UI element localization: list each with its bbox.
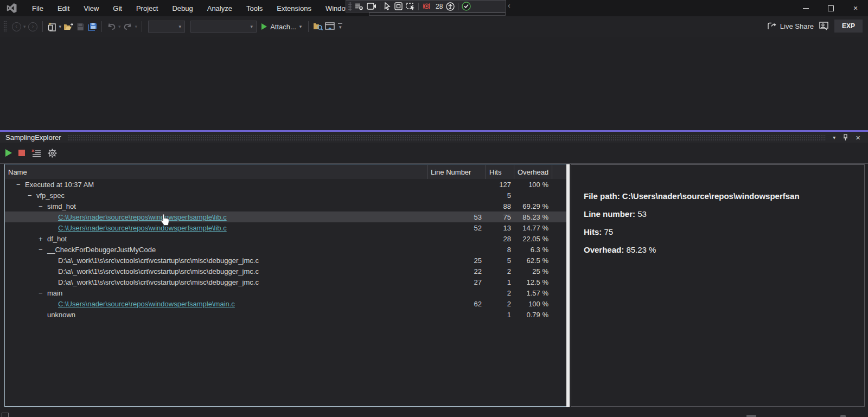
close-button[interactable]: × (843, 0, 868, 16)
accessibility-icon[interactable] (446, 2, 455, 11)
menu-item-analyze[interactable]: Analyze (200, 2, 239, 15)
panel-dropdown-icon[interactable]: ▾ (833, 134, 835, 140)
menu-item-file[interactable]: File (25, 2, 50, 15)
table-row[interactable]: −simd_hot 88 69.29 % (5, 201, 566, 211)
row-label: vfp_spec (36, 191, 65, 200)
row-overhead: 62.5 % (514, 256, 552, 265)
row-overhead: 100 % (514, 181, 552, 189)
menu-item-project[interactable]: Project (129, 2, 165, 15)
settings-gear-icon[interactable] (48, 149, 57, 158)
maximize-button[interactable] (818, 0, 843, 16)
navigate-back-icon[interactable]: ‹ (10, 20, 22, 33)
toolbar-grip-icon[interactable] (3, 21, 7, 33)
row-hits: 1 (486, 311, 514, 319)
stop-region-icon[interactable] (394, 2, 403, 11)
check-status-icon[interactable] (462, 2, 471, 11)
panel-close-icon[interactable]: × (856, 133, 860, 142)
new-item-icon[interactable] (46, 20, 58, 33)
step-list-settings-icon[interactable] (355, 2, 363, 11)
save-all-icon[interactable] (86, 20, 98, 33)
table-row[interactable]: D:\a\_work\1\s\src\vctools\crt\vcstartup… (5, 255, 566, 266)
table-row[interactable]: −main 2 1.57 % (5, 287, 566, 298)
table-row[interactable]: −vfp_spec 5 (5, 190, 566, 201)
table-row[interactable]: −Executed at 10:37 AM 127 100 % (5, 179, 566, 190)
row-label: unknown (47, 311, 75, 319)
expander-icon[interactable]: − (39, 289, 47, 297)
navigate-forward-icon[interactable]: › (27, 20, 39, 33)
minimize-button[interactable] (793, 0, 818, 16)
table-row[interactable]: C:\Users\nader\source\repos\windowsperfs… (5, 211, 566, 222)
solution-configurations-combo[interactable]: ▾ (148, 21, 185, 33)
menu-item-extensions[interactable]: Extensions (270, 2, 318, 15)
expander-icon[interactable]: + (39, 235, 47, 243)
row-overhead: 69.29 % (514, 202, 552, 210)
panel-pin-icon[interactable] (843, 134, 848, 141)
column-header-name[interactable]: Name (5, 165, 427, 179)
expander-icon[interactable]: − (39, 246, 47, 254)
pointer-icon[interactable] (384, 2, 391, 11)
feedback-icon[interactable] (819, 22, 829, 30)
grid-header: Name Line Number Hits Overhead (5, 164, 566, 179)
table-row[interactable]: +df_hot 28 22.05 % (5, 233, 566, 244)
row-label: __CheckForDebuggerJustMyCode (47, 246, 156, 254)
panel-drag-texture[interactable] (68, 134, 827, 140)
undo-icon[interactable] (105, 20, 117, 33)
menu-item-view[interactable]: View (76, 2, 106, 15)
navigate-back-dropdown-icon[interactable]: ▾ (23, 24, 26, 29)
exclude-list-icon[interactable] (31, 149, 41, 157)
pointer-region-icon[interactable] (406, 2, 415, 11)
exp-badge[interactable]: EXP (834, 20, 863, 33)
menu-item-git[interactable]: Git (106, 2, 129, 15)
table-row[interactable]: D:\a\_work\1\s\src\vctools\crt\vcstartup… (5, 266, 566, 277)
play-icon (261, 23, 267, 30)
table-row[interactable]: C:\Users\nader\source\repos\windowsperfs… (5, 222, 566, 233)
solution-platforms-combo[interactable]: ▾ (190, 21, 257, 33)
column-header-hits[interactable]: Hits (486, 165, 514, 179)
record-count: 28 (436, 3, 443, 10)
detail-line: Line number: 53 (584, 209, 864, 219)
new-item-dropdown-icon[interactable]: ▾ (59, 24, 62, 29)
open-file-icon[interactable] (62, 20, 74, 33)
column-header-overhead[interactable]: Overhead (514, 165, 552, 179)
file-link[interactable]: C:\Users\nader\source\repos\windowsperfs… (58, 224, 227, 232)
drag-grip-icon[interactable] (348, 2, 352, 11)
table-row[interactable]: −__CheckForDebuggerJustMyCode 8 6.3 % (5, 244, 566, 255)
record-icon[interactable] (422, 2, 431, 11)
start-sampling-icon[interactable] (5, 149, 12, 157)
content-top-divider (0, 163, 868, 164)
menu-item-debug[interactable]: Debug (165, 2, 200, 15)
table-row[interactable]: unknown 1 0.79 % (5, 309, 566, 320)
table-row[interactable]: C:\Users\nader\source\repos\windowsperfs… (5, 298, 566, 309)
stop-sampling-icon[interactable] (18, 150, 25, 156)
save-icon[interactable] (74, 20, 86, 33)
grid-rows: −Executed at 10:37 AM 127 100 % −vfp_spe… (5, 179, 566, 320)
expander-icon[interactable]: − (28, 191, 36, 200)
sampling-toolbar (0, 143, 868, 163)
menu-item-tools[interactable]: Tools (239, 2, 270, 15)
expander-icon[interactable]: − (16, 181, 25, 189)
row-overhead: 1.57 % (514, 289, 552, 297)
menu-item-edit[interactable]: Edit (50, 2, 76, 15)
bottom-partial-icon (2, 413, 9, 417)
attach-button[interactable]: Attach... ▾ (261, 23, 303, 31)
toolbar-overflow-icon[interactable]: ▾ (338, 23, 342, 30)
expander-icon[interactable]: − (39, 202, 47, 210)
file-link[interactable]: C:\Users\nader\source\repos\windowsperfs… (58, 213, 227, 221)
browser-home-icon[interactable] (324, 20, 336, 33)
vertical-scrollbar[interactable] (566, 164, 570, 407)
redo-dropdown-icon[interactable]: ▾ (135, 24, 138, 29)
detail-line: Overhead: 85.23 % (584, 245, 864, 255)
find-in-files-icon[interactable] (312, 20, 324, 33)
panel-title-bar[interactable]: SamplingExplorer ▾ × (0, 132, 868, 143)
file-link[interactable]: C:\Users\nader\source\repos\windowsperfs… (58, 300, 235, 308)
row-line-number: 22 (427, 267, 486, 275)
chevron-left-icon[interactable]: ‹ (508, 1, 510, 10)
redo-icon[interactable] (122, 20, 134, 33)
camera-icon[interactable] (367, 2, 376, 11)
column-header-line-number[interactable]: Line Number (427, 165, 486, 179)
floating-recorder-toolbar[interactable]: 28 (346, 0, 506, 12)
undo-dropdown-icon[interactable]: ▾ (118, 24, 121, 29)
live-share-button[interactable]: Live Share (767, 22, 814, 30)
attach-dropdown-icon[interactable]: ▾ (299, 24, 302, 29)
table-row[interactable]: D:\a\_work\1\s\src\vctools\crt\vcstartup… (5, 277, 566, 287)
